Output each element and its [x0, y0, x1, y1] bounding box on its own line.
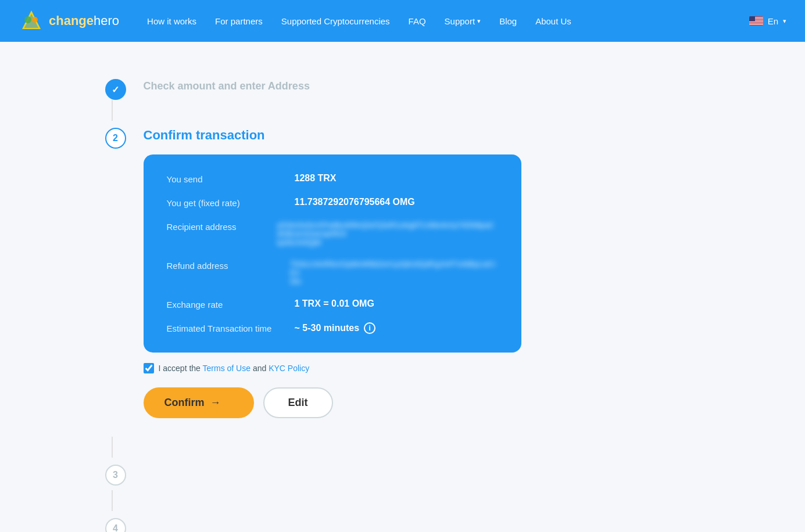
- step-connector-1-2: [112, 100, 113, 121]
- support-chevron-icon: ▾: [477, 17, 481, 25]
- step-3-indicator: 3: [102, 462, 130, 486]
- nav-link-about-us[interactable]: About Us: [535, 16, 571, 26]
- logo-icon: [19, 8, 44, 34]
- step-connector-2-3: [112, 437, 113, 458]
- card-label-recipient: Recipient address: [167, 221, 277, 232]
- edit-button[interactable]: Edit: [263, 387, 333, 418]
- step-connector-3-4: [112, 490, 113, 511]
- step-2-content: Confirm transaction You send 1288 TRX Yo…: [130, 125, 704, 437]
- card-label-exchange: Exchange rate: [167, 299, 295, 310]
- card-value-recipient: yD2kA0x5mXPw8bvW9nQ3cFjZeR1uKg6TLhMo4sVy…: [277, 221, 498, 247]
- time-info-icon[interactable]: i: [364, 322, 375, 334]
- card-label-send: You send: [167, 173, 295, 184]
- nav-link-support[interactable]: Support ▾: [445, 16, 481, 26]
- language-label: En: [768, 16, 778, 26]
- nav-link-for-partners[interactable]: For partners: [215, 16, 263, 26]
- svg-rect-9: [749, 23, 763, 23]
- nav-link-faq[interactable]: FAQ: [409, 16, 426, 26]
- card-row-send: You send 1288 TRX: [167, 173, 498, 184]
- card-value-exchange: 1 TRX = 0.01 OMG: [295, 299, 374, 309]
- confirm-button[interactable]: Confirm →: [144, 387, 254, 418]
- card-row-exchange: Exchange rate 1 TRX = 0.01 OMG: [167, 299, 498, 310]
- action-buttons: Confirm → Edit: [144, 387, 704, 418]
- step-2-indicator: 2: [102, 125, 130, 149]
- svg-rect-10: [749, 24, 763, 25]
- step-4-content: [130, 516, 704, 520]
- card-label-time: Estimated Transaction time: [167, 322, 295, 333]
- svg-rect-11: [749, 16, 755, 21]
- language-selector[interactable]: En ▾: [749, 16, 786, 26]
- logo-text-hero: hero: [94, 13, 119, 28]
- svg-point-2: [24, 16, 31, 23]
- card-row-refund: Refund address TK8cLh4nR6oX2pMvW9bZeA1yG…: [167, 260, 498, 286]
- card-value-time: ~ 5-30 minutes i: [295, 322, 376, 334]
- card-value-refund: TK8cLh4nR6oX2pMvW9bZeA1yGjKs5QdFgJmP7uNi…: [290, 260, 498, 286]
- navbar: changehero How it works For partners Sup…: [0, 0, 805, 42]
- card-label-get: You get (fixed rate): [167, 197, 295, 208]
- confirm-card: You send 1288 TRX You get (fixed rate) 1…: [144, 154, 521, 353]
- step-2-title: Confirm transaction: [144, 125, 704, 143]
- step-1-circle: ✓: [105, 79, 126, 100]
- svg-point-3: [32, 17, 38, 23]
- kyc-policy-link[interactable]: KYC Policy: [269, 364, 309, 373]
- svg-rect-8: [749, 21, 763, 22]
- terms-checkbox[interactable]: [144, 363, 154, 373]
- card-row-get: You get (fixed rate) 11.7387292076795664…: [167, 197, 498, 208]
- step-4-circle: 4: [105, 518, 126, 532]
- step-1-content: Check amount and enter Address: [130, 77, 704, 99]
- step-3-row: 3: [102, 462, 704, 486]
- nav-link-how-it-works[interactable]: How it works: [147, 16, 196, 26]
- step-3-circle: 3: [105, 465, 126, 486]
- terms-checkbox-row: I accept the Terms of Use and KYC Policy: [144, 363, 521, 373]
- flag-icon: [749, 16, 763, 26]
- step-3-content: [130, 462, 704, 467]
- step-1-indicator: ✓: [102, 77, 130, 100]
- nav-link-supported-crypto[interactable]: Supported Cryptocurrencies: [281, 16, 390, 26]
- terms-of-use-link[interactable]: Terms of Use: [203, 364, 251, 373]
- logo-text-change: change: [49, 13, 94, 28]
- nav-links: How it works For partners Supported Cryp…: [147, 16, 749, 26]
- step-4-indicator: 4: [102, 516, 130, 532]
- logo[interactable]: changehero: [19, 8, 119, 34]
- card-label-refund: Refund address: [167, 260, 291, 271]
- card-row-recipient: Recipient address yD2kA0x5mXPw8bvW9nQ3cF…: [167, 221, 498, 247]
- step-4-row: 4: [102, 516, 704, 532]
- step-2-circle: 2: [105, 128, 126, 149]
- card-value-send: 1288 TRX: [295, 173, 337, 184]
- nav-link-blog[interactable]: Blog: [499, 16, 517, 26]
- main-content: ✓ Check amount and enter Address 2 Confi…: [83, 42, 722, 532]
- terms-label[interactable]: I accept the Terms of Use and KYC Policy: [159, 364, 310, 373]
- check-icon: ✓: [112, 84, 119, 95]
- step-1-row: ✓ Check amount and enter Address: [102, 77, 704, 100]
- card-value-get: 11.7387292076795664 OMG: [295, 197, 415, 207]
- language-chevron-icon: ▾: [783, 17, 786, 25]
- card-row-time: Estimated Transaction time ~ 5-30 minute…: [167, 322, 498, 334]
- step-1-title: Check amount and enter Address: [144, 77, 704, 92]
- step-2-row: 2 Confirm transaction You send 1288 TRX …: [102, 125, 704, 437]
